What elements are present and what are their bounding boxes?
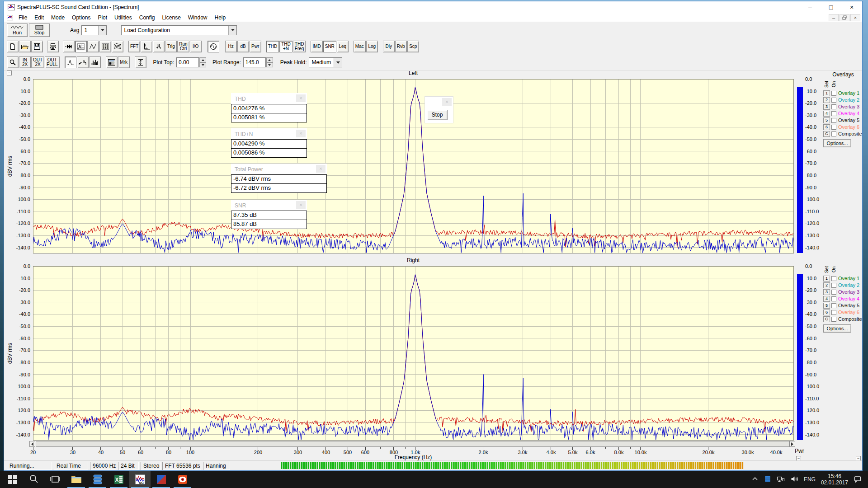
thd-button[interactable]: THD xyxy=(266,41,279,52)
menu-options[interactable]: Options xyxy=(68,14,94,21)
overlay-C-set-button[interactable]: C xyxy=(823,131,830,137)
overlay-2-on-checkbox[interactable] xyxy=(831,98,836,103)
taskbar-photos-app-button[interactable] xyxy=(151,471,172,488)
thd-freq-button[interactable]: THD Freq xyxy=(293,41,306,52)
maximize-button[interactable]: □ xyxy=(821,1,841,13)
zoom-out-full-button[interactable]: OUT FULL xyxy=(45,56,59,68)
overlay-6-set-button[interactable]: 6 xyxy=(823,124,830,130)
overlay-1-set-button[interactable]: 1 xyxy=(823,90,830,96)
macro-button[interactable]: Mac xyxy=(354,41,366,52)
avg-dropdown-icon[interactable] xyxy=(98,26,106,35)
menu-config[interactable]: Config xyxy=(136,14,159,21)
tray-chevron-up-icon[interactable] xyxy=(751,476,759,483)
open-file-button[interactable] xyxy=(19,41,31,52)
run-button[interactable]: Run xyxy=(7,23,28,37)
tray-database-icon[interactable] xyxy=(764,475,771,484)
overlay-4-set-button[interactable]: 4 xyxy=(823,111,830,117)
mdi-restore-button[interactable] xyxy=(840,14,849,21)
total-power-panel-close-icon[interactable]: × xyxy=(316,165,326,173)
tray-action-center-icon[interactable] xyxy=(854,475,862,484)
overlay-3-on-checkbox[interactable] xyxy=(831,104,836,109)
overlay-4-set-button[interactable]: 4 xyxy=(823,296,830,302)
left-spectrum-plot[interactable] xyxy=(33,79,794,253)
overlay-6-set-button[interactable]: 6 xyxy=(823,310,830,315)
overlay-4-on-checkbox[interactable] xyxy=(831,111,836,116)
thd-n-button[interactable]: THD +N xyxy=(279,41,292,52)
plot-range-spinner[interactable] xyxy=(266,57,273,67)
tray-network-icon[interactable] xyxy=(777,475,785,484)
io-device-button[interactable]: I/O xyxy=(190,41,202,52)
spectrogram-view-button[interactable] xyxy=(99,41,111,52)
menu-edit[interactable]: Edit xyxy=(31,14,47,21)
overlay-C-set-button[interactable]: C xyxy=(823,316,830,322)
configuration-dropdown-icon[interactable] xyxy=(228,26,236,35)
taskbar-windows-start-button[interactable] xyxy=(2,471,23,488)
generator-close-icon[interactable]: × xyxy=(442,98,452,106)
overlay-5-set-button[interactable]: 5 xyxy=(823,117,830,123)
plot-range-input[interactable]: 145.0 xyxy=(243,57,266,67)
overlay-5-on-checkbox[interactable] xyxy=(831,118,836,123)
print-button[interactable] xyxy=(47,41,59,52)
reverb-button[interactable]: Rvb xyxy=(395,41,407,52)
taskbar-task-view-button[interactable] xyxy=(44,471,66,488)
mdi-close-button[interactable]: × xyxy=(850,14,860,21)
collapse-plot-button[interactable]: − xyxy=(7,70,12,75)
line-plot-style-button[interactable] xyxy=(65,56,76,68)
fast-forward-button[interactable] xyxy=(63,41,75,52)
overlay-C-on-checkbox[interactable] xyxy=(831,131,836,136)
overlay-C-on-checkbox[interactable] xyxy=(831,317,836,322)
imd-button[interactable]: IMD xyxy=(311,41,322,52)
trigger-button[interactable]: Trig xyxy=(165,41,177,52)
fft-settings-button[interactable]: FFT xyxy=(128,41,140,52)
taskbar-search-button[interactable] xyxy=(23,471,44,488)
scroll-right-button[interactable] xyxy=(789,441,795,447)
taskbar-database-stack-button[interactable] xyxy=(87,471,108,488)
menu-file[interactable]: File xyxy=(15,14,31,21)
title-bar[interactable]: SpectraPLUS-SC Sound Card Edition - [Spe… xyxy=(4,1,862,13)
menu-license[interactable]: License xyxy=(158,14,184,21)
taskbar-spectraplus-sc-button[interactable]: SC xyxy=(129,471,151,488)
thd-panel-close-icon[interactable]: × xyxy=(296,94,306,102)
overlay-1-on-checkbox[interactable] xyxy=(831,276,836,281)
snr-panel-close-icon[interactable]: × xyxy=(296,201,306,209)
overlay-1-on-checkbox[interactable] xyxy=(831,91,836,96)
overlay-5-on-checkbox[interactable] xyxy=(831,303,836,308)
right-spectrum-plot[interactable] xyxy=(33,266,794,441)
overlay-2-set-button[interactable]: 2 xyxy=(823,282,830,288)
time-series-view-button[interactable] xyxy=(87,41,99,52)
menu-plot[interactable]: Plot xyxy=(94,14,111,21)
bar-plot-style-button[interactable] xyxy=(89,56,101,68)
generator-stop-button[interactable]: Stop xyxy=(427,110,448,120)
scaling-button[interactable] xyxy=(141,41,152,52)
amplitude-units-button[interactable]: dB xyxy=(237,41,249,52)
scope-button[interactable]: Scp xyxy=(407,41,419,52)
zoom-in-2x-button[interactable]: IN 2X xyxy=(19,56,31,68)
spectrum-view-button[interactable] xyxy=(75,41,87,52)
scroll-left-button[interactable] xyxy=(29,441,35,447)
overlays-options-button-right[interactable]: Options... xyxy=(823,324,851,333)
tray-language[interactable]: ENG xyxy=(804,476,816,483)
overlay-3-set-button[interactable]: 3 xyxy=(823,104,830,110)
logging-button[interactable]: Log xyxy=(366,41,378,52)
scrollbar-thumb[interactable] xyxy=(36,441,789,447)
save-file-button[interactable] xyxy=(31,41,43,52)
overlay-2-set-button[interactable]: 2 xyxy=(823,97,830,103)
plot-details-button[interactable] xyxy=(106,56,118,68)
menu-help[interactable]: Help xyxy=(211,14,230,21)
menu-window[interactable]: Window xyxy=(184,14,211,21)
calibration-button[interactable] xyxy=(153,41,165,52)
run-control-button[interactable]: Run Ctrl xyxy=(177,41,189,52)
stop-button[interactable]: Stop xyxy=(29,23,50,37)
taskbar-excel-button[interactable]: X xyxy=(108,471,129,488)
tray-speaker-icon[interactable] xyxy=(790,475,798,484)
thd-n-panel-close-icon[interactable]: × xyxy=(296,130,306,137)
overlay-1-set-button[interactable]: 1 xyxy=(823,276,830,282)
configuration-select[interactable]: Load Configuration xyxy=(121,25,237,35)
menu-utilities[interactable]: Utilities xyxy=(111,14,136,21)
overlays-options-button-left[interactable]: Options... xyxy=(823,139,851,147)
auto-range-button[interactable] xyxy=(135,56,146,68)
markers-button[interactable]: Mrk xyxy=(118,56,130,68)
peak-hold-dropdown-icon[interactable] xyxy=(334,58,342,67)
taskbar-irfanview-button[interactable] xyxy=(172,471,193,488)
zoom-out-2x-button[interactable]: OUT 2X xyxy=(31,56,44,68)
